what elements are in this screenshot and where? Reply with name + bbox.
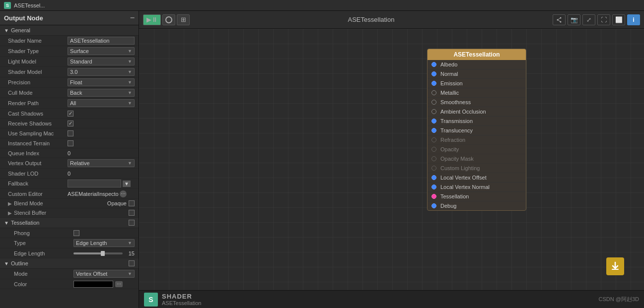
val-shader-name[interactable] xyxy=(68,37,135,45)
play-btn[interactable]: ▶⏸ xyxy=(143,14,161,25)
dropdown-shader-type[interactable]: Surface ▼ xyxy=(68,47,135,55)
section-outline-label: Outline xyxy=(11,260,28,266)
val-vertex-output[interactable]: Relative ▼ xyxy=(68,159,135,167)
dropdown-render-path[interactable]: All ▼ xyxy=(68,99,135,107)
port-translucency[interactable]: Translucency xyxy=(428,126,526,135)
checkbox-phong[interactable] xyxy=(73,230,79,236)
port-local-vertex-offset[interactable]: Local Vertex Offset xyxy=(428,173,526,183)
dropdown-precision[interactable]: Float ▼ xyxy=(68,78,135,86)
val-use-sampling-mac[interactable] xyxy=(68,130,135,136)
checkbox-instanced-terrain[interactable] xyxy=(68,140,73,146)
port-smoothness[interactable]: Smoothness xyxy=(428,98,526,107)
val-shader-model[interactable]: 3.0 ▼ xyxy=(68,68,135,76)
val-precision[interactable]: Float ▼ xyxy=(68,78,135,86)
checkbox-tessellation[interactable] xyxy=(129,220,135,226)
custom-editor-dots[interactable]: ⋯ xyxy=(120,190,127,197)
chevron-down-icon: ▼ xyxy=(128,161,132,166)
port-dot-emission xyxy=(431,81,436,86)
share-btn[interactable] xyxy=(553,14,566,25)
chevron-down-icon: ▼ xyxy=(128,80,132,85)
port-metallic[interactable]: Metallic xyxy=(428,88,526,98)
info-btn[interactable]: i xyxy=(627,14,640,25)
checkbox-blend-mode[interactable] xyxy=(129,200,135,206)
node-card[interactable]: ASETessellation Albedo Normal Emission M… xyxy=(427,49,526,211)
shader-app-icon: S xyxy=(144,293,158,307)
val-cull-mode[interactable]: Back ▼ xyxy=(68,89,135,97)
val-shader-lod: 0 xyxy=(68,171,135,177)
section-general[interactable]: ▼ General xyxy=(0,25,139,36)
input-shader-name[interactable] xyxy=(68,37,135,45)
port-dot-opacity-mask xyxy=(431,156,436,161)
port-opacity-mask[interactable]: Opacity Mask xyxy=(428,154,526,164)
input-fallback[interactable] xyxy=(68,180,121,187)
minimize-btn[interactable]: − xyxy=(130,14,135,22)
label-phong: Phong xyxy=(14,230,73,236)
dropdown-light-model[interactable]: Standard ▼ xyxy=(68,58,135,65)
download-icon xyxy=(610,261,620,271)
val-fallback[interactable]: ▼ xyxy=(68,180,135,187)
val-phong[interactable] xyxy=(73,230,135,236)
port-debug[interactable]: Debug xyxy=(428,201,526,210)
row-stencil-buffer[interactable]: ▶ Stencil Buffer xyxy=(0,208,139,218)
port-dot-debug xyxy=(431,203,436,208)
port-transmission[interactable]: Transmission xyxy=(428,117,526,126)
dropdown-outline-mode[interactable]: Vertex Offset ▼ xyxy=(73,270,135,278)
section-outline[interactable]: ▼ Outline xyxy=(0,258,139,269)
download-btn[interactable] xyxy=(606,257,624,275)
val-cast-shadows[interactable]: ✓ xyxy=(68,111,135,117)
val-receive-shadows[interactable]: ✓ xyxy=(68,121,135,126)
port-normal[interactable]: Normal xyxy=(428,69,526,79)
dropdown-vertex-output[interactable]: Relative ▼ xyxy=(68,159,135,167)
checkbox-outline[interactable] xyxy=(129,260,135,266)
checkbox-cast-shadows[interactable]: ✓ xyxy=(68,111,73,117)
row-blend-mode[interactable]: ▶ Blend Mode Opaque xyxy=(0,199,139,208)
edge-length-slider-thumb[interactable] xyxy=(101,251,105,256)
port-label-emission: Emission xyxy=(440,80,463,86)
edge-length-slider-track[interactable] xyxy=(73,252,123,254)
port-albedo[interactable]: Albedo xyxy=(428,60,526,69)
val-shader-type[interactable]: Surface ▼ xyxy=(68,47,135,55)
val-instanced-terrain[interactable] xyxy=(68,140,135,146)
port-ambient-occlusion[interactable]: Ambient Occlusion xyxy=(428,107,526,117)
port-custom-lighting[interactable]: Custom Lighting xyxy=(428,164,526,173)
grid-btn[interactable]: ⊞ xyxy=(177,14,190,25)
port-local-vertex-normal[interactable]: Local Vertex Normal xyxy=(428,183,526,192)
port-opacity[interactable]: Opacity xyxy=(428,145,526,154)
arrow-stencil: ▶ xyxy=(8,210,12,216)
val-light-model[interactable]: Standard ▼ xyxy=(68,58,135,65)
section-tessellation[interactable]: ▼ Tessellation xyxy=(0,218,139,228)
row-shader-type: Shader Type Surface ▼ xyxy=(0,46,139,57)
val-render-path[interactable]: All ▼ xyxy=(68,99,135,107)
collapse-btn[interactable]: ⬜ xyxy=(612,14,625,25)
checkbox-use-sampling-mac[interactable] xyxy=(68,130,73,136)
val-edge-length[interactable]: 15 xyxy=(73,250,135,256)
color-swatch-outline[interactable] xyxy=(73,281,113,288)
port-dot-metallic xyxy=(431,90,436,95)
fallback-menu-btn[interactable]: ▼ xyxy=(123,181,131,187)
color-picker-btn[interactable]: ⋯ xyxy=(115,281,123,287)
val-tess-type[interactable]: Edge Length ▼ xyxy=(73,239,135,247)
val-outline-mode[interactable]: Vertex Offset ▼ xyxy=(73,270,135,278)
panel-scroll[interactable]: ▼ General Shader Name Shader Type Surfac… xyxy=(0,25,139,308)
port-dot-transmission xyxy=(431,119,436,123)
checkbox-stencil-buffer[interactable] xyxy=(129,210,135,216)
fit-btn[interactable]: ⤢ xyxy=(582,14,595,25)
port-label-normal: Normal xyxy=(440,71,458,77)
expand-btn[interactable]: ⛶ xyxy=(597,14,610,25)
checkbox-receive-shadows[interactable]: ✓ xyxy=(68,121,73,126)
circle-btn[interactable] xyxy=(162,14,175,25)
edge-length-val: 15 xyxy=(125,250,135,256)
dropdown-tess-type[interactable]: Edge Length ▼ xyxy=(73,239,135,247)
dropdown-shader-model[interactable]: 3.0 ▼ xyxy=(68,68,135,76)
port-label-ao: Ambient Occlusion xyxy=(440,109,486,115)
port-dot-refraction xyxy=(431,137,436,142)
canvas-grid[interactable]: ASETessellation Albedo Normal Emission M… xyxy=(139,29,644,290)
port-emission[interactable]: Emission xyxy=(428,79,526,88)
port-tessellation[interactable]: Tessellation xyxy=(428,192,526,201)
port-refraction[interactable]: Refraction xyxy=(428,135,526,145)
dropdown-cull-mode[interactable]: Back ▼ xyxy=(68,89,135,97)
label-render-path: Render Path xyxy=(8,100,68,106)
camera-btn[interactable]: 📷 xyxy=(568,14,580,25)
val-outline-color[interactable]: ⋯ xyxy=(73,281,135,288)
val-custom-editor[interactable]: ASEMaterialInspecto ⋯ xyxy=(68,190,135,197)
